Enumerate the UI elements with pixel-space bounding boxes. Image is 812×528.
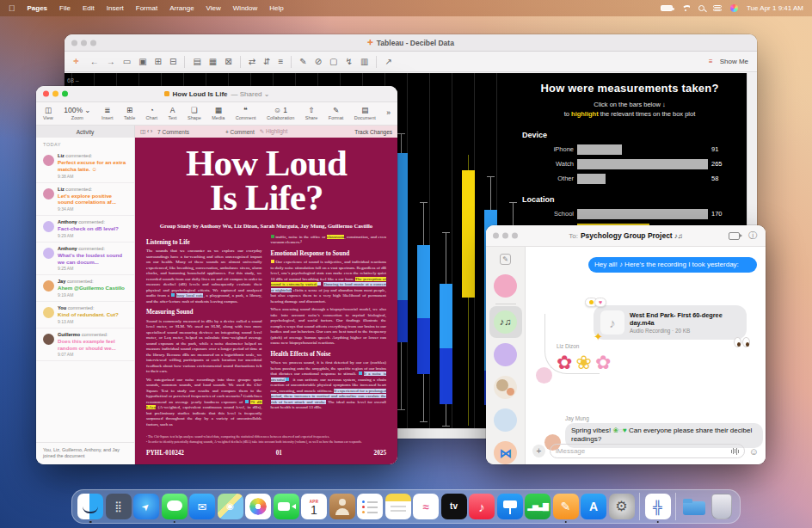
toolbar-icon[interactable]: ▣	[138, 57, 146, 66]
eyes-sticker[interactable]	[734, 337, 750, 347]
comment-item[interactable]: Liz commented:Perfect excuse for an extr…	[36, 150, 134, 183]
bar[interactable]	[577, 144, 622, 155]
bar-row-school[interactable]: School170	[520, 209, 739, 219]
track-changes-button[interactable]: Track Changes	[354, 129, 392, 135]
toolbar-text[interactable]: AText	[168, 107, 176, 120]
comment-anchor[interactable]	[271, 235, 274, 238]
dock-downloads[interactable]	[681, 494, 707, 519]
conversation-title[interactable]: Psychology Group Project	[581, 231, 673, 240]
conversation-selected[interactable]: ♪♫	[489, 306, 522, 338]
menu-item-help[interactable]: Help	[269, 4, 283, 12]
comment-anchor[interactable]	[317, 282, 321, 285]
show-me-button[interactable]: ≡Show Me	[709, 58, 748, 65]
bar-row-other[interactable]: Other58	[520, 174, 739, 184]
toolbar-format[interactable]: ✎Format	[329, 107, 343, 120]
toolbar-document[interactable]: ▤Document	[354, 107, 376, 120]
toolbar-chart[interactable]: ◔Chart	[146, 107, 157, 120]
search-icon[interactable]	[698, 5, 704, 11]
dock-photos[interactable]	[245, 494, 271, 519]
comment-anchor[interactable]	[271, 260, 274, 263]
dock-contacts[interactable]	[329, 494, 355, 519]
window-controls[interactable]	[71, 40, 96, 46]
toolbar-more[interactable]: »	[386, 109, 391, 118]
toolbar-shape[interactable]: ❏Shape	[188, 107, 201, 120]
comment-anchor[interactable]	[245, 400, 249, 403]
comment-item[interactable]: Guillermo commented:Does this example fe…	[36, 328, 134, 362]
menu-item-file[interactable]: File	[59, 4, 71, 12]
pages-titlebar[interactable]: How Loud Is Life — Shared ⌄	[36, 86, 397, 102]
toolbar-icon[interactable]: ▤	[193, 57, 200, 66]
boxplot-column[interactable]	[440, 73, 452, 428]
toolbar-icon[interactable]: ▭	[123, 57, 131, 66]
dock-mail[interactable]: ✉	[189, 494, 215, 519]
toolbar-view[interactable]: ◫View	[43, 107, 53, 120]
bar-row-watch[interactable]: Watch265	[520, 159, 739, 169]
toolbar-icon[interactable]: ▦	[209, 57, 217, 66]
dock-numbers[interactable]: ▂▅▃▇	[525, 494, 551, 519]
conversation-avatar-group[interactable]	[494, 376, 517, 399]
toolbar-icon[interactable]: ≡	[278, 57, 283, 66]
apple-menu-icon[interactable]: 	[9, 3, 15, 13]
dock-notes[interactable]	[385, 494, 411, 519]
toolbar-icon[interactable]: ↯	[346, 57, 353, 66]
toolbar-icon[interactable]: ⇄	[249, 57, 255, 66]
comment-item[interactable]: Anthony commented:Fact-check on dB level…	[36, 216, 134, 243]
dock-tv[interactable]: tv	[441, 494, 467, 519]
menu-clock[interactable]: Tue Apr 1 9:41 AM	[747, 4, 803, 12]
bar-track[interactable]	[577, 159, 708, 169]
highlight-button[interactable]: ✎ Highlight	[260, 128, 288, 135]
box-lower[interactable]	[417, 318, 430, 374]
add-attachment-button[interactable]: +	[532, 445, 545, 457]
heart-tapback-icon[interactable]: ♥	[594, 298, 606, 307]
conversation-avatar[interactable]	[494, 274, 517, 298]
bar-track[interactable]	[577, 144, 708, 155]
toolbar-collaboration[interactable]: ☺ 1Collaboration	[267, 107, 294, 120]
dock-settings[interactable]: ⚙	[609, 494, 635, 519]
window-controls[interactable]	[43, 91, 68, 97]
outgoing-message-bubble[interactable]: Hey all! ♪ Here's the recording I took y…	[588, 257, 757, 273]
toolbar-icon[interactable]: ⊠	[225, 57, 231, 66]
toolbar-icon[interactable]: ⊘	[315, 57, 322, 66]
menu-item-arrange[interactable]: Arrange	[169, 4, 194, 12]
toolbar-icon[interactable]: ⊟	[169, 57, 176, 66]
conversation-avatar-butterfly[interactable]: ⋈	[494, 441, 517, 464]
menu-item-window[interactable]: Window	[233, 4, 257, 12]
dock-tableau[interactable]: ╬	[645, 494, 671, 519]
facetime-video-icon[interactable]	[729, 232, 740, 240]
audio-message-icon[interactable]	[731, 448, 739, 455]
bar-row-iphone[interactable]: iPhone91	[520, 144, 739, 155]
messages-titlebar[interactable]: To: Psychology Group Project ♪♫ ⓘ	[486, 225, 766, 247]
comment-anchor[interactable]	[171, 293, 175, 297]
tapback-reactions[interactable]: ♥	[585, 298, 603, 307]
dock-reminders[interactable]	[357, 494, 383, 519]
toolbar-zoom[interactable]: 100% ⌄Zoom	[64, 107, 90, 120]
toolbar-icon[interactable]: →	[107, 57, 115, 66]
dock-safari[interactable]: ➤	[133, 494, 159, 519]
boxplot-column[interactable]	[417, 73, 430, 428]
comment-item[interactable]: Liz commented:Let's explore positive sou…	[36, 183, 134, 217]
comments-nav-icons[interactable]: ◫ ‹ ›	[140, 128, 152, 135]
toolbar-table[interactable]: ⊞Table	[124, 107, 135, 120]
comment-item[interactable]: Jay commented:Ahem @Guillermo Castillo9:…	[36, 275, 134, 302]
toolbar-comment[interactable]: ❝Comment	[236, 107, 256, 120]
dock-appstore[interactable]: A	[581, 494, 606, 519]
comment-item[interactable]: Anthony commented:What's the loudest sou…	[36, 243, 134, 276]
dock-music[interactable]: ♪	[469, 494, 495, 519]
comment-anchor[interactable]	[286, 378, 289, 381]
toolbar-icon[interactable]: ▥	[360, 57, 368, 66]
emoji-picker-icon[interactable]: ☺	[749, 446, 759, 457]
battery-icon[interactable]	[661, 5, 673, 11]
document-page[interactable]: How Loud Is Life? Group Study by Anthony…	[135, 138, 397, 464]
box-upper[interactable]	[417, 245, 430, 318]
menu-item-edit[interactable]: Edit	[83, 4, 95, 12]
compose-icon[interactable]: ✎	[500, 254, 511, 265]
audio-attachment-card[interactable]: ♥ ♪ ✦ West End Park- First 60-degree day…	[594, 305, 747, 340]
menu-item-insert[interactable]: Insert	[107, 4, 124, 12]
toolbar-insert[interactable]: ≣Insert	[102, 107, 114, 120]
bar[interactable]	[577, 174, 606, 184]
bar-track[interactable]	[577, 209, 708, 219]
tableau-titlebar[interactable]: ✛ Tableau - Decibel Data	[65, 34, 757, 52]
dock-finder[interactable]	[77, 494, 103, 519]
box-upper[interactable]	[440, 284, 452, 348]
dock-messages[interactable]	[162, 494, 188, 519]
